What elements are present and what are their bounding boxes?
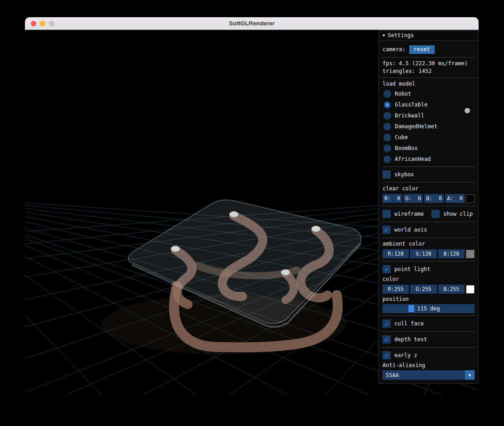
radio-circle[interactable] xyxy=(383,90,391,98)
checkbox-box[interactable]: ✓ xyxy=(431,210,440,218)
window-title: SoftGLRenderer xyxy=(229,20,274,27)
clear-color-swatch[interactable] xyxy=(466,194,475,203)
titlebar[interactable]: SoftGLRenderer xyxy=(25,17,479,30)
checkbox-box[interactable]: ✓ xyxy=(383,210,391,218)
check-icon: ✓ xyxy=(385,352,388,358)
clear-color-a-field[interactable]: A: 0 xyxy=(445,194,465,203)
checkbox-box[interactable]: ✓ xyxy=(383,170,391,179)
radio-model-robot[interactable]: Robot xyxy=(383,89,475,99)
radio-label: Robot xyxy=(395,91,411,97)
checkbox-wireframe[interactable]: ✓ wireframe xyxy=(383,208,427,219)
anti-aliasing-combo[interactable]: SSAA ▼ xyxy=(383,370,475,380)
radio-model-boombox[interactable]: BoomBox xyxy=(383,143,475,153)
radio-circle[interactable] xyxy=(383,123,391,131)
combo-arrow-button[interactable]: ▼ xyxy=(465,370,475,380)
ambient-color-swatch[interactable] xyxy=(466,250,475,258)
light-color-swatch[interactable] xyxy=(466,285,475,294)
checkbox-box[interactable]: ✓ xyxy=(383,351,391,359)
separator xyxy=(382,347,475,348)
minimize-button[interactable] xyxy=(40,21,45,26)
radio-circle[interactable] xyxy=(383,134,391,141)
clear-color-g-field[interactable]: G: 0 xyxy=(403,194,423,203)
radio-label: AfricanHead xyxy=(395,156,431,162)
radio-dot-icon xyxy=(385,103,389,107)
checkbox-label: early z xyxy=(394,352,417,358)
camera-row: camera: reset xyxy=(383,44,475,55)
radio-circle[interactable] xyxy=(383,101,391,109)
window-content: ▼ Settings camera: reset fps: 4.5 (222.3… xyxy=(25,30,479,395)
checkbox-box[interactable]: ✓ xyxy=(383,265,391,273)
position-label: position xyxy=(383,295,475,303)
radio-model-cube[interactable]: Cube xyxy=(383,132,475,142)
ambient-b-field[interactable]: B:128 xyxy=(438,249,465,258)
checkbox-skybox[interactable]: ✓ skybox xyxy=(383,169,475,180)
camera-label: camera: xyxy=(383,46,406,53)
checkbox-world-axis[interactable]: ✓ world axis xyxy=(383,224,475,235)
light-g-field[interactable]: G:255 xyxy=(410,285,436,294)
checkbox-label: wireframe xyxy=(394,211,427,217)
checkbox-box[interactable]: ✓ xyxy=(383,335,391,344)
fps-text: fps: 4.5 (222.30 ms/frame) xyxy=(383,60,475,68)
light-position-slider[interactable]: 115 deg xyxy=(383,304,475,313)
combo-selected-value: SSAA xyxy=(386,372,399,378)
checkbox-early-z[interactable]: ✓ early z xyxy=(383,350,475,361)
camera-reset-button[interactable]: reset xyxy=(409,45,435,54)
radio-model-damagedhelmet[interactable]: DamagedHelmet xyxy=(383,121,475,131)
zoom-button[interactable] xyxy=(49,21,54,26)
light-color-label: color xyxy=(383,276,475,283)
separator xyxy=(382,315,475,316)
separator xyxy=(382,261,475,261)
settings-header-label: Settings xyxy=(388,32,414,39)
clear-color-r-field[interactable]: R: 0 xyxy=(383,194,402,203)
separator xyxy=(382,57,475,58)
clear-color-b-field[interactable]: B: 0 xyxy=(424,194,444,203)
separator xyxy=(382,166,475,167)
separator xyxy=(382,77,475,78)
clear-color-label: clear color xyxy=(383,185,475,193)
traffic-lights xyxy=(31,17,54,29)
checkbox-label: skybox xyxy=(394,171,414,178)
checkbox-label: world axis xyxy=(394,227,427,233)
light-b-field[interactable]: B:255 xyxy=(438,285,465,294)
collapse-arrow-icon: ▼ xyxy=(383,33,385,38)
slider-value: 115 deg xyxy=(383,304,475,313)
checkbox-label: show clip xyxy=(443,211,473,217)
separator xyxy=(382,182,475,183)
checkbox-label: depth test xyxy=(394,336,427,343)
chevron-down-icon: ▼ xyxy=(469,373,471,378)
check-icon: ✓ xyxy=(385,336,388,343)
app-window: SoftGLRenderer xyxy=(25,17,479,395)
load-model-label: load model xyxy=(383,80,475,88)
checkbox-box[interactable]: ✓ xyxy=(383,226,391,234)
cursor-dot xyxy=(465,108,470,113)
checkbox-label: point light xyxy=(394,266,430,272)
checkbox-box[interactable]: ✓ xyxy=(383,320,391,328)
settings-header[interactable]: ▼ Settings xyxy=(379,30,478,41)
checkbox-point-light[interactable]: ✓ point light xyxy=(383,264,475,275)
ambient-color-fields: R:128 G:128 B:128 xyxy=(383,249,475,259)
settings-body: camera: reset fps: 4.5 (222.30 ms/frame)… xyxy=(379,41,478,383)
triangles-text: triangles: 1452 xyxy=(383,68,475,75)
checkbox-show-clip[interactable]: ✓ show clip xyxy=(431,208,473,219)
checkbox-depth-test[interactable]: ✓ depth test xyxy=(383,334,475,345)
light-color-fields: R:255 G:255 B:255 xyxy=(383,284,475,294)
wireframe-clip-row: ✓ wireframe ✓ show clip xyxy=(383,208,475,219)
separator xyxy=(382,237,475,238)
radio-label: Brickwall xyxy=(395,112,424,119)
radio-label: DamagedHelmet xyxy=(395,123,437,130)
ambient-g-field[interactable]: G:128 xyxy=(410,249,436,258)
radio-label: BoomBox xyxy=(395,145,418,151)
radio-model-africanhead[interactable]: AfricanHead xyxy=(383,154,475,164)
checkbox-cull-face[interactable]: ✓ cull face xyxy=(383,318,475,329)
radio-circle[interactable] xyxy=(383,145,391,152)
light-r-field[interactable]: R:255 xyxy=(383,285,409,294)
check-icon: ✓ xyxy=(385,320,388,327)
radio-model-brickwall[interactable]: Brickwall xyxy=(383,111,475,121)
ambient-r-field[interactable]: R:128 xyxy=(383,249,409,258)
radio-model-glasstable[interactable]: GlassTable xyxy=(383,100,475,110)
check-icon: ✓ xyxy=(385,266,388,272)
close-button[interactable] xyxy=(31,21,36,26)
radio-circle[interactable] xyxy=(383,155,391,163)
radio-circle[interactable] xyxy=(383,112,391,120)
separator xyxy=(382,222,475,222)
